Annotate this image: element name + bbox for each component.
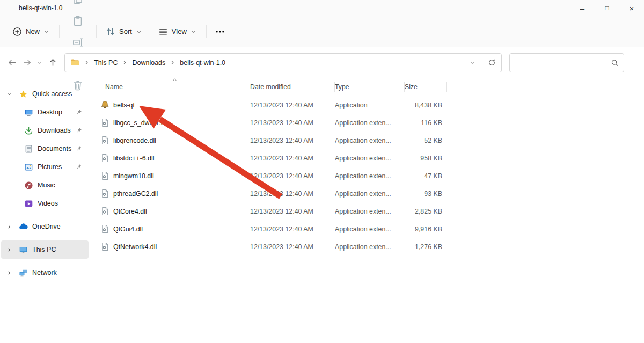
- sidebar-item-label: Downloads: [38, 127, 71, 134]
- file-name-cell: QtNetwork4.dll: [98, 242, 250, 251]
- sidebar-item-music[interactable]: Music: [1, 176, 89, 194]
- close-button[interactable]: ×: [619, 0, 644, 16]
- more-options-button[interactable]: [211, 21, 229, 42]
- sidebar-item-documents[interactable]: Documents: [1, 140, 89, 158]
- date-modified: 12/13/2023 12:40 AM: [250, 243, 335, 251]
- file-row-qtgui4-dll[interactable]: QtGui4.dll12/13/2023 12:40 AMApplication…: [98, 220, 644, 238]
- maximize-button[interactable]: □: [595, 0, 619, 16]
- sort-arrows-icon: [106, 27, 115, 37]
- file-row-qtcore4-dll[interactable]: QtCore4.dll12/13/2023 12:40 AMApplicatio…: [98, 202, 644, 220]
- file-size: 8,438 KB: [405, 101, 447, 109]
- search-box: [509, 53, 624, 72]
- sidebar-item-quick-access[interactable]: Quick access: [1, 85, 89, 103]
- file-row-pthreadgc2-dll[interactable]: pthreadGC2.dll12/13/2023 12:40 AMApplica…: [98, 185, 644, 202]
- dll-icon: [100, 171, 109, 180]
- file-name-cell: pthreadGC2.dll: [98, 189, 250, 198]
- file-type: Application exten...: [335, 190, 405, 198]
- documents-icon: [24, 144, 33, 154]
- date-modified: 12/13/2023 12:40 AM: [250, 101, 335, 109]
- date-modified: 12/13/2023 12:40 AM: [250, 190, 335, 198]
- sidebar-item-network[interactable]: Network: [1, 264, 89, 282]
- column-header-size[interactable]: Size: [405, 78, 447, 96]
- new-button[interactable]: New: [8, 23, 55, 40]
- file-name: QtNetwork4.dll: [113, 243, 157, 251]
- file-name-cell: QtGui4.dll: [98, 224, 250, 233]
- downloads-icon: [24, 126, 33, 135]
- chevron-down-icon: [36, 60, 43, 66]
- sidebar-item-label: Pictures: [38, 163, 62, 171]
- file-row-qtnetwork4-dll[interactable]: QtNetwork4.dll12/13/2023 12:40 AMApplica…: [98, 238, 644, 256]
- breadcrumb-item-this-pc[interactable]: This PC: [92, 57, 120, 68]
- paste-button[interactable]: [64, 10, 92, 32]
- copy-icon: [72, 0, 83, 5]
- file-row-libqrencode-dll[interactable]: libqrencode.dll12/13/2023 12:40 AMApplic…: [98, 132, 644, 149]
- column-header-label: Date modified: [250, 83, 291, 91]
- pin-icon: [76, 127, 82, 134]
- minimize-button[interactable]: –: [570, 0, 595, 16]
- file-row-libstdc-6-dll[interactable]: libstdc++-6.dll12/13/2023 12:40 AMApplic…: [98, 149, 644, 167]
- file-row-bells-qt[interactable]: bells-qt12/13/2023 12:40 AMApplication8,…: [98, 96, 644, 114]
- date-modified: 12/13/2023 12:40 AM: [250, 155, 335, 162]
- sidebar-item-desktop[interactable]: Desktop: [1, 103, 89, 121]
- file-type: Application exten...: [335, 208, 405, 215]
- chevron-down-icon: [191, 28, 197, 35]
- rename-button[interactable]: [64, 32, 92, 53]
- sidebar-item-videos[interactable]: Videos: [1, 194, 89, 213]
- sidebar-item-onedrive[interactable]: OneDrive: [1, 217, 89, 236]
- recent-locations-button[interactable]: [34, 55, 45, 71]
- refresh-button[interactable]: [486, 55, 497, 71]
- file-type: Application exten...: [335, 172, 405, 180]
- column-header-name[interactable]: Name: [98, 78, 250, 96]
- sidebar-item-downloads[interactable]: Downloads: [1, 121, 89, 140]
- search-icon: [611, 59, 619, 67]
- view-button-label: View: [172, 27, 187, 35]
- copy-button[interactable]: [64, 0, 92, 10]
- arrow-left-icon: [8, 58, 17, 67]
- toolbar-divider: [206, 25, 207, 38]
- column-header-date-modified[interactable]: Date modified: [250, 78, 335, 96]
- file-name-cell: bells-qt: [98, 100, 250, 110]
- file-type: Application: [335, 101, 405, 109]
- file-name-cell: QtCore4.dll: [98, 207, 250, 216]
- file-size: 47 KB: [405, 172, 447, 180]
- star-icon: [19, 90, 28, 99]
- date-modified: 12/13/2023 12:40 AM: [250, 225, 335, 233]
- folder-icon: [70, 58, 79, 67]
- onedrive-icon: [19, 222, 28, 231]
- file-row-libgcc-s-dw2-1-dll[interactable]: libgcc_s_dw2-1.dll12/13/2023 12:40 AMApp…: [98, 114, 644, 132]
- file-name: libgcc_s_dw2-1.dll: [113, 119, 167, 127]
- file-size: 116 KB: [405, 119, 447, 127]
- chevron-down-icon: [6, 91, 12, 97]
- pin-icon: [76, 109, 82, 115]
- toolbar-divider: [59, 25, 60, 38]
- file-name: QtGui4.dll: [113, 225, 143, 233]
- file-type: Application exten...: [335, 155, 405, 162]
- address-bar[interactable]: This PCDownloadsbells-qt-win-1.0: [64, 53, 502, 72]
- file-name: libqrencode.dll: [113, 137, 156, 144]
- search-input[interactable]: [510, 54, 624, 72]
- breadcrumb-item-downloads[interactable]: Downloads: [130, 57, 167, 68]
- breadcrumb: This PCDownloadsbells-qt-win-1.0: [70, 57, 228, 68]
- column-header-type[interactable]: Type: [335, 78, 405, 96]
- file-row-mingwm10-dll[interactable]: mingwm10.dll12/13/2023 12:40 AMApplicati…: [98, 167, 644, 185]
- view-button[interactable]: View: [153, 23, 202, 40]
- sidebar-item-label: Quick access: [32, 90, 72, 98]
- view-lines-icon: [158, 27, 168, 37]
- sidebar-item-pictures[interactable]: Pictures: [1, 158, 89, 176]
- address-row: This PCDownloadsbells-qt-win-1.0: [0, 47, 644, 78]
- window-controls: – □ ×: [570, 0, 644, 16]
- main-area: Quick accessDesktopDownloadsDocumentsPic…: [0, 78, 644, 343]
- back-button[interactable]: [4, 55, 19, 71]
- file-type: Application exten...: [335, 119, 405, 127]
- ellipsis-icon: [215, 26, 225, 37]
- sidebar-item-this-pc[interactable]: This PC: [1, 240, 89, 259]
- sort-button[interactable]: Sort: [101, 23, 147, 40]
- file-name-cell: libstdc++-6.dll: [98, 154, 250, 163]
- sort-ascending-indicator: [172, 77, 178, 83]
- forward-button[interactable]: [19, 55, 34, 71]
- column-header-label: Size: [405, 83, 418, 91]
- command-toolbar: New Sort View: [0, 16, 644, 47]
- up-button[interactable]: [45, 55, 60, 71]
- breadcrumb-item-bells-qt-win-1-0[interactable]: bells-qt-win-1.0: [178, 57, 228, 68]
- address-dropdown-button[interactable]: [468, 55, 478, 71]
